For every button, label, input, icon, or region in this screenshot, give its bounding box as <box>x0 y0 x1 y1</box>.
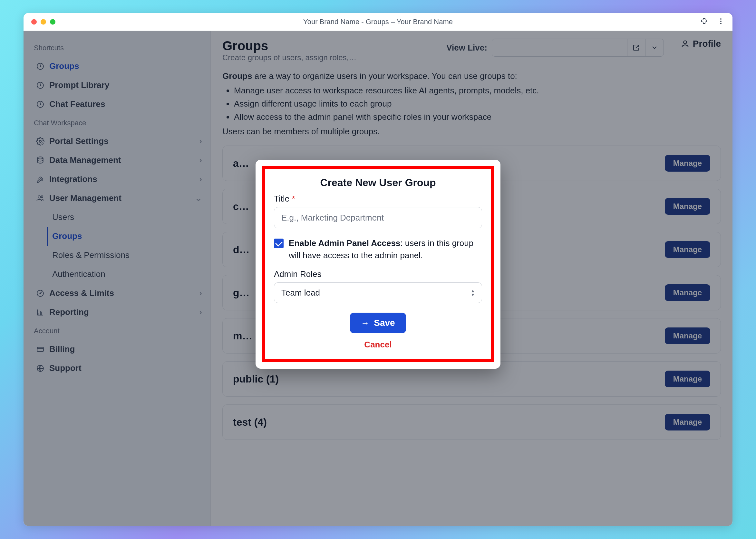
admin-roles-label: Admin Roles <box>274 269 482 279</box>
admin-roles-value: Team lead <box>281 288 320 298</box>
cancel-button[interactable]: Cancel <box>364 340 392 350</box>
app-window: Your Brand Name - Groups – Your Brand Na… <box>24 13 732 526</box>
more-vert-icon[interactable] <box>717 17 725 27</box>
create-group-modal: Create New User Group Title * Enable Adm… <box>255 160 501 369</box>
close-window-icon[interactable] <box>31 19 37 25</box>
admin-access-description: Enable Admin Panel Access: users in this… <box>289 237 482 262</box>
titlebar-actions <box>700 17 725 27</box>
maximize-window-icon[interactable] <box>50 19 55 25</box>
admin-access-checkbox[interactable] <box>274 239 284 248</box>
window-title: Your Brand Name - Groups – Your Brand Na… <box>30 18 726 26</box>
svg-point-0 <box>720 18 721 20</box>
arrow-right-icon: → <box>361 318 369 328</box>
admin-roles-select[interactable]: Team lead <box>274 282 482 303</box>
titlebar: Your Brand Name - Groups – Your Brand Na… <box>24 13 732 31</box>
svg-point-2 <box>720 23 721 24</box>
modal-highlight-frame: Create New User Group Title * Enable Adm… <box>262 166 494 362</box>
traffic-lights <box>31 19 55 25</box>
minimize-window-icon[interactable] <box>41 19 46 25</box>
modal-title: Create New User Group <box>274 177 482 189</box>
select-caret-icon: ▲▼ <box>470 289 475 296</box>
svg-point-1 <box>720 21 721 22</box>
extensions-icon[interactable] <box>700 17 708 27</box>
title-field-label: Title * <box>274 194 482 204</box>
group-title-input[interactable] <box>274 207 482 228</box>
save-button[interactable]: → Save <box>350 313 406 333</box>
